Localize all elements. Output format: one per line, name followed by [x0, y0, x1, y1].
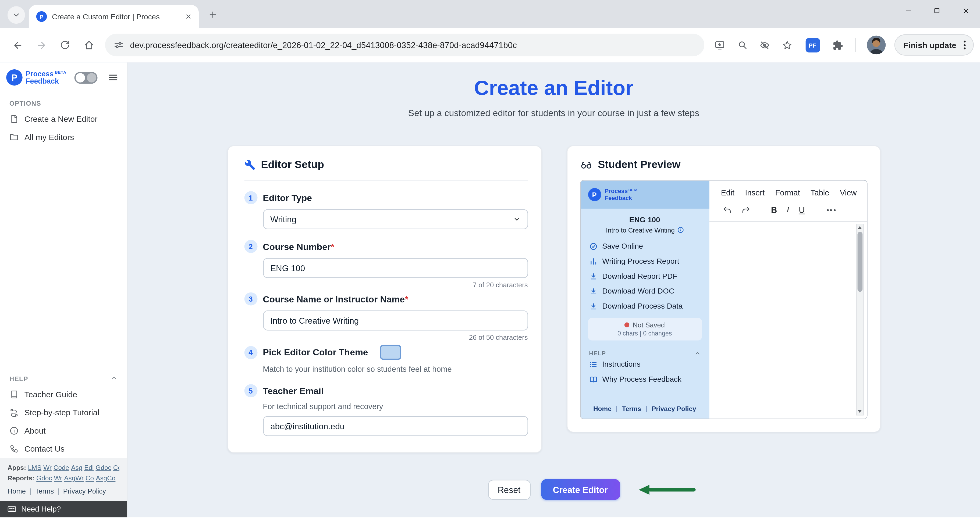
menu-insert[interactable]: Insert [745, 189, 765, 197]
reload-button[interactable] [54, 33, 76, 56]
divider [244, 180, 528, 180]
scrollbar-thumb[interactable] [857, 232, 862, 292]
redo-icon[interactable] [741, 205, 750, 215]
app-link[interactable]: Wr [43, 464, 52, 471]
course-name-input[interactable] [263, 310, 528, 331]
maximize-button[interactable] [923, 0, 951, 21]
sidebar-item-about[interactable]: About [0, 421, 127, 440]
url-text[interactable]: dev.processfeedback.org/createeditor/e_2… [130, 40, 517, 50]
theme-toggle[interactable] [75, 72, 98, 83]
sidebar-item-contact[interactable]: Contact Us [0, 440, 127, 458]
preview-footer-privacy[interactable]: Privacy Policy [652, 405, 696, 412]
footer-link-privacy[interactable]: Privacy Policy [63, 486, 106, 497]
student-preview-card: Student Preview P ProcessBETA Feedback [566, 145, 880, 432]
preview-item-download-doc[interactable]: Download Word DOC [581, 284, 709, 299]
zoom-button[interactable] [732, 34, 753, 56]
preview-footer-home[interactable]: Home [593, 405, 612, 412]
close-window-button[interactable] [951, 0, 980, 21]
menu-view[interactable]: View [840, 189, 857, 197]
preview-sidebar-items: Save Online Writing Process Report Downl… [581, 239, 709, 314]
color-theme-swatch[interactable] [380, 345, 401, 360]
preview-item-save-online[interactable]: Save Online [581, 239, 709, 254]
footer-link-home[interactable]: Home [8, 486, 26, 497]
finish-update-button[interactable]: Finish update [894, 34, 974, 56]
tab-close-button[interactable] [183, 11, 194, 22]
preview-item-download-data[interactable]: Download Process Data [581, 299, 709, 314]
report-link[interactable]: AsgWr [64, 474, 84, 481]
kebab-menu-icon[interactable] [961, 38, 968, 52]
sidebar-item-tutorial[interactable]: Step-by-step Tutorial [0, 404, 127, 421]
create-editor-button[interactable]: Create Editor [541, 479, 620, 500]
info-icon[interactable] [677, 227, 683, 233]
bar-chart-icon [589, 257, 597, 265]
more-options-icon[interactable] [824, 207, 838, 213]
home-button[interactable] [78, 33, 100, 56]
report-link[interactable]: Co [86, 474, 94, 481]
bookmark-button[interactable] [777, 34, 798, 56]
page-title: Create an Editor [474, 76, 633, 100]
need-help-button[interactable]: Need Help? [0, 501, 127, 517]
teacher-email-input[interactable] [263, 416, 528, 436]
hamburger-menu-icon[interactable] [106, 70, 121, 85]
tab-search-button[interactable] [8, 6, 25, 24]
install-app-button[interactable] [709, 34, 730, 56]
profile-avatar[interactable] [867, 35, 885, 54]
address-bar[interactable]: dev.processfeedback.org/createeditor/e_2… [105, 33, 704, 56]
report-link[interactable]: Wr [54, 474, 62, 481]
back-icon [12, 40, 23, 51]
app-link[interactable]: Gdoc [95, 464, 111, 471]
preview-item-label: Instructions [602, 360, 641, 369]
app-link[interactable]: Edi [84, 464, 94, 471]
new-tab-button[interactable] [204, 6, 221, 23]
sidebar-item-label: Contact Us [24, 444, 65, 453]
sidebar-item-create-editor[interactable]: Create a New Editor [0, 110, 127, 128]
site-info-icon[interactable] [114, 40, 124, 50]
reset-button[interactable]: Reset [488, 480, 530, 499]
sidebar-item-all-editors[interactable]: All my Editors [0, 128, 127, 146]
char-counter: 7 of 20 characters [263, 281, 528, 289]
scroll-down-icon[interactable] [857, 409, 862, 413]
app-link[interactable]: LMS [28, 464, 41, 471]
italic-button[interactable]: I [786, 205, 789, 215]
browser-tab[interactable]: P Create a Custom Editor | Proces [29, 5, 199, 28]
report-link[interactable]: AsgCo [96, 474, 115, 481]
scroll-up-icon[interactable] [857, 226, 862, 230]
install-icon [714, 40, 725, 51]
preview-toolbar: B I U [709, 202, 867, 222]
course-number-input[interactable] [263, 258, 528, 278]
wrench-icon [244, 159, 256, 171]
editor-type-select[interactable]: Writing [263, 210, 528, 229]
underline-button[interactable]: U [799, 205, 805, 215]
preview-scrollbar[interactable] [856, 224, 864, 415]
bold-button[interactable]: B [771, 205, 777, 215]
menu-format[interactable]: Format [775, 189, 800, 197]
chevron-up-icon[interactable] [694, 350, 700, 356]
report-link[interactable]: Gdoc [36, 474, 52, 481]
preview-item-download-pdf[interactable]: Download Report PDF [581, 269, 709, 284]
chevron-up-icon[interactable] [111, 375, 118, 382]
forward-button[interactable] [30, 33, 53, 56]
avatar-image [867, 35, 885, 54]
apps-row: Apps:LMSWrCodeAsgEdiGdocCol [8, 462, 119, 473]
pf-extension-icon[interactable]: PF [805, 38, 819, 52]
extensions-button[interactable] [827, 34, 848, 56]
reading-mode-button[interactable] [754, 34, 775, 56]
back-button[interactable] [6, 33, 29, 56]
preview-item-writing-report[interactable]: Writing Process Report [581, 254, 709, 269]
minimize-button[interactable] [894, 0, 923, 21]
menu-edit[interactable]: Edit [721, 189, 735, 197]
app-link[interactable]: Col [113, 464, 119, 471]
sidebar-item-teacher-guide[interactable]: Teacher Guide [0, 385, 127, 403]
cards-row: Editor Setup 1 Editor Type Writing [227, 145, 880, 453]
preview-item-why-pf[interactable]: Why Process Feedback [581, 372, 709, 387]
preview-box: P ProcessBETA Feedback ENG 100 Intro to … [580, 180, 867, 419]
status-label: Not Saved [633, 321, 665, 329]
preview-item-instructions[interactable]: Instructions [581, 357, 709, 372]
footer-link-terms[interactable]: Terms [35, 486, 54, 497]
undo-icon[interactable] [722, 205, 732, 215]
app-link[interactable]: Asg [71, 464, 82, 471]
app-link[interactable]: Code [54, 464, 69, 471]
preview-footer-terms[interactable]: Terms [622, 405, 641, 412]
preview-writing-area[interactable] [709, 222, 867, 418]
menu-table[interactable]: Table [811, 189, 829, 197]
